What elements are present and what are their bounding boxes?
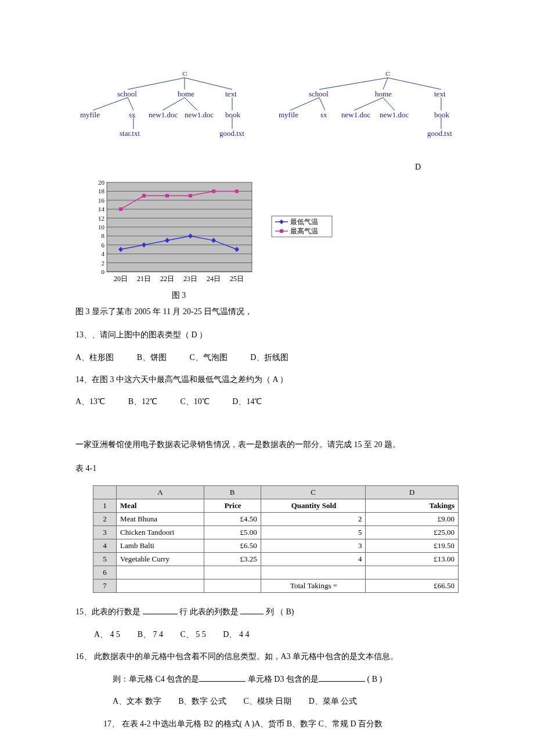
- blank: [319, 673, 365, 682]
- svg-line-0: [128, 78, 185, 89]
- svg-rect-50: [189, 194, 192, 197]
- svg-rect-48: [142, 194, 146, 197]
- table-label: 表 4-1: [75, 462, 459, 475]
- svg-line-15: [354, 98, 383, 110]
- col-head-a: A: [117, 485, 204, 499]
- svg-rect-49: [165, 194, 169, 197]
- svg-line-3: [93, 98, 128, 110]
- tree-node: book: [225, 110, 241, 119]
- tree-node: star.txt: [120, 129, 140, 138]
- tree-node: school: [117, 89, 137, 98]
- sales-table-wrap: A B C D 1 Meal Price Quantity Sold Takin…: [93, 485, 459, 593]
- tree-node: text: [225, 89, 237, 98]
- svg-text:0: 0: [102, 268, 105, 275]
- answer-d-label: D: [75, 163, 459, 172]
- svg-text:10: 10: [98, 224, 105, 231]
- col-head-c: C: [261, 485, 366, 499]
- q13-opt-c: C、气泡图: [189, 352, 227, 363]
- q16-opt-d: D、菜单 公式: [309, 697, 358, 705]
- q14-opts: A、13℃ B、12℃ C、10℃ D、14℃: [75, 397, 459, 407]
- svg-text:16: 16: [98, 197, 105, 204]
- q16-opt-a: A、文本 数字: [113, 697, 161, 705]
- q15-opts: A、 4 5 B、 7 4 C、 5 5 D、 4 4: [75, 627, 459, 643]
- tree-node: book: [434, 110, 450, 119]
- svg-text:18: 18: [98, 188, 105, 195]
- tree-node: new1.doc: [380, 110, 409, 119]
- svg-line-10: [319, 78, 388, 89]
- tree-node: sx: [129, 110, 136, 119]
- tree-node: school: [309, 89, 329, 98]
- q16-line2: 则：单元格 C4 包含的是 单元格 D3 包含的是 ( B ): [75, 672, 459, 687]
- tree-node: home: [178, 89, 194, 98]
- svg-line-16: [383, 98, 395, 110]
- q14-opt-c: C、10℃: [180, 397, 209, 407]
- svg-line-5: [163, 98, 185, 110]
- tree-node: myfile: [80, 110, 100, 119]
- tree-node: new1.doc: [149, 110, 178, 119]
- tree-node: c:: [182, 69, 187, 77]
- svg-text:22日: 22日: [160, 275, 174, 283]
- svg-text:20日: 20日: [114, 275, 128, 283]
- q15-opt-d: D、 4 4: [223, 630, 249, 639]
- svg-line-2: [185, 78, 232, 89]
- legend-low: 最低气温: [290, 218, 318, 226]
- svg-text:12: 12: [98, 215, 104, 222]
- q13-stem: 13、、请问上图中的图表类型（ D ）: [75, 329, 459, 341]
- q16-opt-b: B、数字 公式: [178, 697, 226, 705]
- q15-opt-c: C、 5 5: [180, 630, 205, 639]
- svg-line-4: [128, 98, 134, 110]
- q13-opts: A、柱形图 B、饼图 C、气泡图 D、折线图: [75, 352, 459, 363]
- q14-stem: 14、在图 3 中这六天中最高气温和最低气温之差约为（ A ）: [75, 373, 459, 386]
- restaurant-intro: 一家亚洲餐馆使用电子数据表记录销售情况，表一是数据表的一部分。请完成 15 至 …: [75, 438, 459, 451]
- svg-line-14: [319, 98, 325, 110]
- svg-text:24日: 24日: [207, 275, 221, 283]
- col-head-b: B: [204, 485, 261, 499]
- tree-node: good.txt: [219, 129, 244, 138]
- svg-line-11: [383, 78, 388, 89]
- file-tree-left: c: school home text myfile sx new1.doc n…: [75, 64, 255, 151]
- page: c: school home text myfile sx new1.doc n…: [0, 0, 534, 756]
- svg-line-12: [388, 78, 441, 89]
- q13-opt-a: A、柱形图: [75, 352, 114, 363]
- q15-opt-a: A、 4 5: [94, 630, 120, 639]
- q13-opt-d: D、折线图: [250, 352, 288, 363]
- svg-text:23日: 23日: [183, 275, 197, 283]
- q14-opt-b: B、12℃: [128, 397, 157, 407]
- svg-text:20: 20: [98, 180, 105, 186]
- svg-text:2: 2: [102, 260, 105, 267]
- chart-svg: 0 2 4 6 8 10 12 14 16 18 20 20日 21日 22日 …: [87, 180, 342, 285]
- file-tree-right: c: school home text myfile sx new1.doc n…: [279, 64, 459, 151]
- q15-opt-b: B、 7 4: [138, 630, 163, 639]
- blank: [143, 606, 178, 614]
- svg-text:14: 14: [98, 206, 105, 213]
- svg-line-6: [185, 98, 197, 110]
- tree-node: new1.doc: [341, 110, 370, 119]
- svg-rect-56: [280, 229, 283, 233]
- svg-rect-52: [235, 189, 239, 193]
- tree-node: myfile: [279, 110, 298, 119]
- blank: [199, 673, 246, 682]
- svg-text:4: 4: [102, 250, 105, 257]
- svg-text:21日: 21日: [137, 275, 151, 283]
- q13-opt-b: B、饼图: [137, 352, 167, 363]
- q17-line: 17、 在表 4-2 中选出单元格 B2 的格式( A )A、货币 B、数字 C…: [75, 717, 459, 732]
- tree-diagram-row: c: school home text myfile sx new1.doc n…: [75, 64, 459, 151]
- legend-high: 最高气温: [290, 227, 318, 235]
- temperature-chart: 0 2 4 6 8 10 12 14 16 18 20 20日 21日 22日 …: [87, 180, 459, 287]
- svg-text:8: 8: [102, 232, 105, 239]
- q14-opt-d: D、14℃: [232, 397, 262, 407]
- chart-intro: 图 3 显示了某市 2005 年 11 月 20-25 日气温情况，: [75, 305, 459, 318]
- tree-node: text: [434, 89, 446, 98]
- sales-table: A B C D 1 Meal Price Quantity Sold Takin…: [93, 485, 459, 593]
- tree-node: c:: [385, 69, 391, 77]
- svg-rect-47: [119, 207, 122, 211]
- col-head-d: D: [366, 485, 459, 499]
- q15-stem: 15、此表的行数是 行 此表的列数是 列 （ B): [75, 604, 459, 620]
- svg-text:6: 6: [102, 242, 105, 249]
- blank: [240, 606, 264, 614]
- svg-text:25日: 25日: [230, 275, 244, 283]
- q14-opt-a: A、13℃: [75, 397, 105, 407]
- q16-opt-c: C、模块 日期: [243, 697, 291, 705]
- svg-line-13: [290, 98, 319, 110]
- tree-node: sx: [320, 110, 327, 119]
